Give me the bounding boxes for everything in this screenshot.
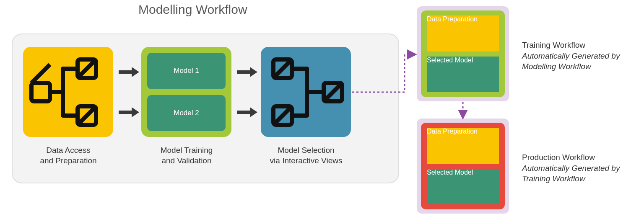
training-workflow-inner: Data Preparation Selected Model bbox=[421, 10, 505, 97]
diagram-canvas: Modelling Workflow Model 1 Model 2 bbox=[0, 0, 644, 219]
model-training-caption: Model Trainingand Validation bbox=[147, 145, 226, 166]
arrow-icon bbox=[237, 107, 257, 117]
svg-line-3 bbox=[78, 59, 96, 78]
diagram-title: Modelling Workflow bbox=[138, 3, 247, 17]
svg-line-5 bbox=[78, 106, 96, 125]
training-data-prep-box: Data Preparation bbox=[427, 15, 499, 52]
data-access-node bbox=[23, 47, 113, 137]
training-workflow-box: Data Preparation Selected Model bbox=[417, 6, 509, 101]
model-2-box: Model 2 bbox=[147, 95, 226, 131]
production-workflow-label: Production Workflow Automatically Genera… bbox=[522, 152, 635, 184]
arrow-icon bbox=[119, 67, 139, 77]
arrow-icon bbox=[237, 67, 257, 77]
merge-flow-icon bbox=[261, 47, 351, 137]
svg-rect-0 bbox=[31, 83, 50, 101]
svg-line-9 bbox=[273, 106, 292, 125]
model-selection-node bbox=[261, 47, 351, 137]
svg-line-7 bbox=[273, 59, 292, 78]
production-data-prep-box: Data Preparation bbox=[427, 128, 499, 164]
production-workflow-title: Production Workflow bbox=[522, 152, 635, 163]
arrow-icon bbox=[119, 107, 139, 117]
svg-line-11 bbox=[324, 83, 342, 101]
production-workflow-inner: Data Preparation Selected Model bbox=[421, 123, 505, 209]
training-workflow-title: Training Workflow bbox=[522, 40, 635, 51]
split-flow-icon bbox=[23, 47, 113, 137]
data-access-caption: Data Accessand Preparation bbox=[29, 145, 108, 166]
training-workflow-label: Training Workflow Automatically Generate… bbox=[522, 40, 635, 72]
production-selected-model-box: Selected Model bbox=[427, 169, 499, 205]
production-workflow-subtitle: Automatically Generated by Training Work… bbox=[522, 163, 635, 184]
model-selection-caption: Model Selectionvia Interactive Views bbox=[254, 145, 358, 166]
svg-line-1 bbox=[31, 64, 50, 83]
training-selected-model-box: Selected Model bbox=[427, 57, 499, 93]
model-training-node: Model 1 Model 2 bbox=[141, 47, 231, 137]
production-workflow-box: Data Preparation Selected Model bbox=[417, 119, 509, 214]
training-workflow-subtitle: Automatically Generated by Modelling Wor… bbox=[522, 51, 635, 72]
model-1-box: Model 1 bbox=[147, 53, 226, 89]
